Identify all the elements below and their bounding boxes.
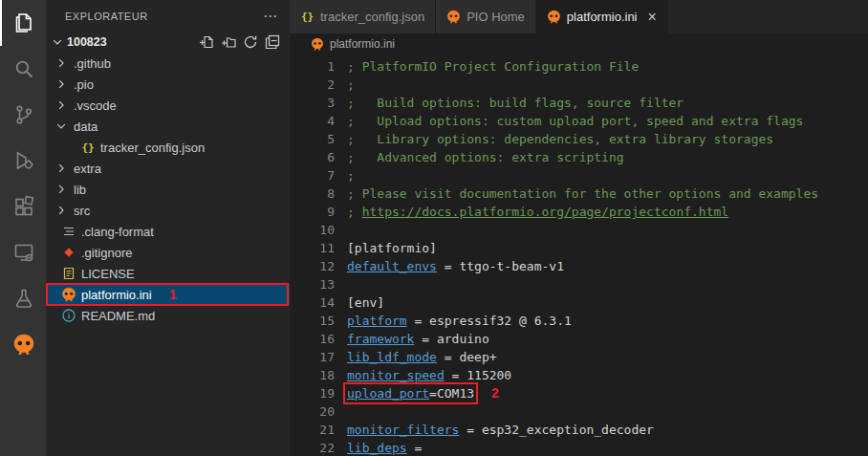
- item-label: .github: [74, 56, 111, 71]
- code-line-11[interactable]: 11[platformio]: [290, 239, 868, 257]
- line-number: 14: [290, 293, 335, 312]
- platformio-icon: [446, 10, 461, 24]
- line-content: ; Library options: dependencies, extra l…: [347, 130, 773, 148]
- code-line-7[interactable]: 7;: [290, 166, 868, 185]
- token-key: upload_port: [347, 386, 429, 401]
- new-file-icon: [199, 34, 214, 50]
- code-line-10[interactable]: 10: [290, 221, 868, 239]
- code-line-13[interactable]: 13: [290, 275, 868, 293]
- chevron-right-icon: [54, 98, 69, 113]
- new-folder-button[interactable]: [219, 33, 238, 52]
- activity-source-control[interactable]: [0, 92, 46, 138]
- tab-bar: {}tracker_config.jsonPIO Homeplatformio.…: [290, 0, 868, 33]
- token-comment: ; Library options: dependencies, extra l…: [347, 132, 773, 146]
- file-item-clang-format[interactable]: .clang-format: [46, 221, 290, 242]
- activity-platformio[interactable]: [0, 321, 46, 367]
- line-number: 16: [290, 330, 335, 348]
- code-line-21[interactable]: 21monitor_filters = esp32_exception_deco…: [290, 421, 868, 439]
- vscode-window: EXPLORATEUR ⋯ 100823 .github.pio.vscoded…: [0, 0, 868, 456]
- file-item-license[interactable]: LICENSE: [46, 263, 290, 284]
- code-line-14[interactable]: 14[env]: [290, 293, 868, 312]
- line-content: ;: [347, 76, 355, 94]
- line-number: 1: [290, 57, 335, 76]
- code-line-9[interactable]: 9; https://docs.platformio.org/page/proj…: [290, 203, 868, 221]
- code-line-5[interactable]: 5; Library options: dependencies, extra …: [290, 130, 868, 148]
- token-key: framework: [347, 332, 414, 346]
- activity-bar: [0, 0, 46, 456]
- line-number: 21: [290, 421, 335, 439]
- code-line-22[interactable]: 22lib_deps =: [290, 439, 868, 456]
- folder-item-lib[interactable]: lib: [46, 179, 290, 200]
- code-line-15[interactable]: 15platform = espressif32 @ 6.3.1: [290, 312, 868, 330]
- activity-explorer[interactable]: [0, 0, 46, 46]
- activity-remote-explorer[interactable]: [0, 229, 46, 275]
- file-item-readme-md[interactable]: README.md: [46, 305, 290, 326]
- close-icon[interactable]: ×: [648, 10, 657, 25]
- collapse-all-button[interactable]: [263, 33, 282, 52]
- code-line-3[interactable]: 3; Build options: build flags, source fi…: [290, 94, 868, 112]
- line-content: lib_ldf_mode = deep+: [347, 348, 497, 366]
- token-comment: ; Build options: build flags, source fil…: [347, 96, 684, 110]
- line-number: 2: [290, 76, 335, 94]
- code-line-12[interactable]: 12default_envs = ttgo-t-beam-v1: [290, 257, 868, 275]
- folder-actions: [197, 33, 282, 52]
- sidebar-header: EXPLORATEUR ⋯: [46, 0, 290, 32]
- folder-item-github[interactable]: .github: [46, 53, 290, 74]
- line-number: 5: [290, 130, 335, 148]
- folder-item-data[interactable]: data: [46, 116, 290, 137]
- platformio-icon: [61, 287, 76, 302]
- folder-item-pio[interactable]: .pio: [46, 74, 290, 95]
- line-number: 3: [290, 94, 335, 112]
- code-line-19[interactable]: 19upload_port=COM132: [290, 384, 868, 402]
- line-content: monitor_filters = esp32_exception_decode…: [347, 421, 654, 439]
- code-line-4[interactable]: 4; Upload options: custom upload port, s…: [290, 112, 868, 130]
- file-item-gitignore[interactable]: .gitignore: [46, 242, 290, 263]
- item-label: LICENSE: [81, 267, 135, 281]
- folder-item-src[interactable]: src: [46, 200, 290, 221]
- file-item-platformio-ini[interactable]: platformio.ini1: [46, 284, 290, 305]
- chevron-right-icon: [54, 203, 69, 218]
- line-content: ; Please visit documentation for the oth…: [347, 185, 818, 203]
- token-comment: ;: [347, 168, 355, 183]
- code-line-20[interactable]: 20: [290, 402, 868, 421]
- token-section: [env]: [347, 295, 384, 310]
- code-line-18[interactable]: 18monitor_speed = 115200: [290, 366, 868, 384]
- tab-platformio-ini[interactable]: platformio.ini×: [536, 0, 668, 33]
- code-line-1[interactable]: 1; PlatformIO Project Configuration File: [290, 57, 868, 76]
- editor-content[interactable]: 1; PlatformIO Project Configuration File…: [290, 54, 868, 456]
- root-folder-header[interactable]: 100823: [46, 32, 290, 53]
- line-number: 20: [290, 402, 335, 421]
- tab-pio-home[interactable]: PIO Home: [436, 0, 536, 33]
- search-icon: [12, 57, 35, 80]
- source-control-icon: [12, 103, 35, 126]
- more-actions-button[interactable]: ⋯: [263, 8, 278, 25]
- token-plain: = arduino: [414, 332, 488, 346]
- item-label: src: [74, 204, 90, 218]
- item-label: platformio.ini: [81, 288, 152, 302]
- code-line-2[interactable]: 2;: [290, 76, 868, 94]
- token-comment: ; PlatformIO Project Configuration File: [347, 59, 639, 74]
- code-line-6[interactable]: 6; Advanced options: extra scripting: [290, 148, 868, 166]
- activity-extensions[interactable]: [0, 184, 46, 229]
- code-line-17[interactable]: 17lib_ldf_mode = deep+: [290, 348, 868, 366]
- sidebar-title: EXPLORATEUR: [65, 11, 148, 22]
- activity-search[interactable]: [0, 46, 46, 92]
- line-number: 11: [290, 239, 335, 257]
- activity-run-debug[interactable]: [0, 138, 46, 184]
- line-number: 18: [290, 366, 335, 384]
- token-plain: = deep+: [437, 350, 497, 364]
- item-label: data: [74, 119, 98, 134]
- tab-label: tracker_config.json: [320, 10, 424, 24]
- refresh-button[interactable]: [241, 33, 260, 52]
- chevron-right-icon: [54, 161, 69, 176]
- file-item-tracker-config-json[interactable]: {}tracker_config.json: [46, 137, 290, 158]
- folder-item-vscode[interactable]: .vscode: [46, 95, 290, 116]
- code-line-8[interactable]: 8; Please visit documentation for the ot…: [290, 185, 868, 203]
- code-line-16[interactable]: 16framework = arduino: [290, 330, 868, 348]
- folder-item-extra[interactable]: extra: [46, 158, 290, 179]
- line-number: 4: [290, 112, 335, 130]
- breadcrumb[interactable]: platformio.ini: [290, 33, 868, 54]
- activity-test[interactable]: [0, 275, 46, 321]
- tab-tracker-config-json[interactable]: {}tracker_config.json: [290, 0, 436, 33]
- new-file-button[interactable]: [197, 33, 216, 52]
